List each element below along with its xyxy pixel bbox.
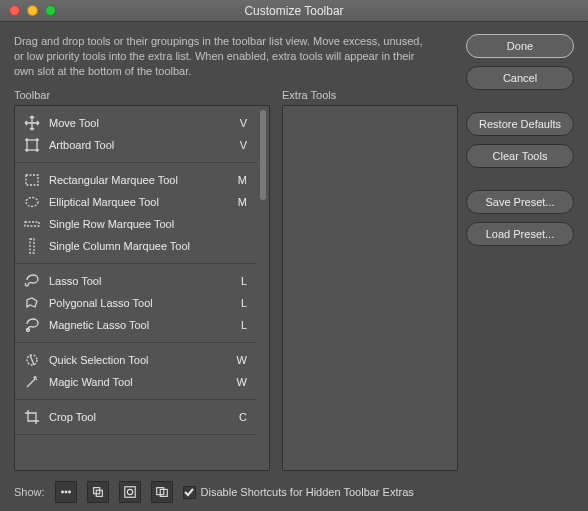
tool-row[interactable]: Crop ToolC: [15, 406, 257, 428]
mag-lasso-icon: [23, 316, 41, 334]
titlebar: Customize Toolbar: [0, 0, 588, 22]
tool-shortcut: M: [233, 174, 247, 186]
tool-name: Magnetic Lasso Tool: [49, 319, 233, 331]
extra-tools-list[interactable]: [282, 105, 458, 471]
svg-point-13: [127, 489, 132, 494]
tool-name: Single Column Marquee Tool: [49, 240, 233, 252]
tool-shortcut: C: [233, 411, 247, 423]
svg-rect-12: [124, 487, 135, 498]
tool-name: Rectangular Marquee Tool: [49, 174, 233, 186]
checkbox-icon: [183, 486, 196, 499]
svg-point-2: [26, 197, 38, 206]
tool-shortcut: L: [233, 297, 247, 309]
move-icon: [23, 114, 41, 132]
save-preset-button[interactable]: Save Preset...: [466, 190, 574, 214]
col-marquee-icon: [23, 237, 41, 255]
restore-defaults-button[interactable]: Restore Defaults: [466, 112, 574, 136]
tool-shortcut: M: [233, 196, 247, 208]
wand-icon: [23, 373, 41, 391]
tool-name: Move Tool: [49, 117, 233, 129]
description-text: Drag and drop tools or their groupings i…: [14, 34, 434, 79]
svg-point-9: [68, 491, 70, 493]
tool-shortcut: W: [233, 376, 247, 388]
tool-shortcut: V: [233, 117, 247, 129]
clear-tools-button[interactable]: Clear Tools: [466, 144, 574, 168]
load-preset-button[interactable]: Load Preset...: [466, 222, 574, 246]
toolbar-label: Toolbar: [14, 89, 270, 101]
tool-row[interactable]: Quick Selection ToolW: [15, 349, 257, 371]
svg-rect-1: [26, 175, 38, 185]
show-swatches-button[interactable]: [87, 481, 109, 503]
svg-point-7: [61, 491, 63, 493]
tool-name: Artboard Tool: [49, 139, 233, 151]
row-marquee-icon: [23, 215, 41, 233]
tool-row[interactable]: Rectangular Marquee ToolM: [15, 169, 257, 191]
poly-lasso-icon: [23, 294, 41, 312]
scrollbar[interactable]: [260, 110, 266, 466]
ellipse-marquee-icon: [23, 193, 41, 211]
tool-row[interactable]: Single Column Marquee Tool: [15, 235, 257, 257]
tool-row[interactable]: Magic Wand ToolW: [15, 371, 257, 393]
svg-rect-3: [25, 222, 39, 226]
show-quickmask-button[interactable]: [119, 481, 141, 503]
toolbar-list[interactable]: Move ToolVArtboard ToolVRectangular Marq…: [14, 105, 270, 471]
disable-shortcuts-checkbox[interactable]: Disable Shortcuts for Hidden Toolbar Ext…: [183, 486, 414, 499]
tool-name: Lasso Tool: [49, 275, 233, 287]
tool-row[interactable]: Single Row Marquee Tool: [15, 213, 257, 235]
tool-row[interactable]: Polygonal Lasso ToolL: [15, 292, 257, 314]
tool-row[interactable]: Artboard ToolV: [15, 134, 257, 156]
window-title: Customize Toolbar: [0, 4, 588, 18]
artboard-icon: [23, 136, 41, 154]
done-button[interactable]: Done: [466, 34, 574, 58]
tool-row[interactable]: Lasso ToolL: [15, 270, 257, 292]
tool-name: Quick Selection Tool: [49, 354, 233, 366]
show-label: Show:: [14, 486, 45, 498]
tool-name: Crop Tool: [49, 411, 233, 423]
svg-point-8: [65, 491, 67, 493]
tool-name: Polygonal Lasso Tool: [49, 297, 233, 309]
tool-shortcut: L: [233, 275, 247, 287]
quick-sel-icon: [23, 351, 41, 369]
tool-shortcut: W: [233, 354, 247, 366]
cancel-button[interactable]: Cancel: [466, 66, 574, 90]
svg-rect-0: [27, 140, 37, 150]
tool-row[interactable]: Elliptical Marquee ToolM: [15, 191, 257, 213]
tool-row[interactable]: Magnetic Lasso ToolL: [15, 314, 257, 336]
rect-marquee-icon: [23, 171, 41, 189]
svg-rect-4: [30, 239, 34, 253]
tool-shortcut: V: [233, 139, 247, 151]
scrollbar-thumb[interactable]: [260, 110, 266, 200]
tool-row[interactable]: Move ToolV: [15, 112, 257, 134]
tool-shortcut: L: [233, 319, 247, 331]
disable-shortcuts-label: Disable Shortcuts for Hidden Toolbar Ext…: [201, 486, 414, 498]
tool-name: Single Row Marquee Tool: [49, 218, 233, 230]
crop-icon: [23, 408, 41, 426]
tool-name: Elliptical Marquee Tool: [49, 196, 233, 208]
lasso-icon: [23, 272, 41, 290]
show-screenmode-button[interactable]: [151, 481, 173, 503]
extra-tools-label: Extra Tools: [282, 89, 458, 101]
show-menu-button[interactable]: [55, 481, 77, 503]
tool-name: Magic Wand Tool: [49, 376, 233, 388]
